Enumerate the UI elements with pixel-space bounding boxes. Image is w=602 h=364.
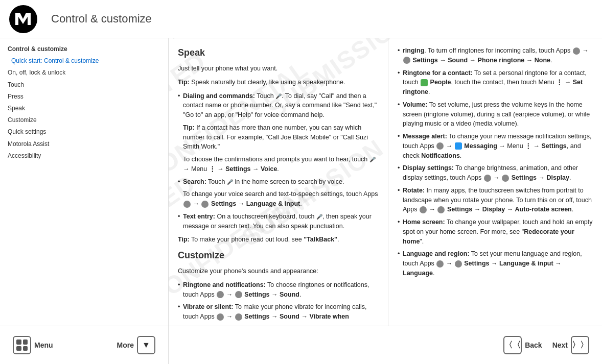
left-panel: Speak Just tell your phone what you want… [169,38,388,364]
menu-label: Menu [34,341,53,349]
bullet-vibrate: Vibrate or silent: To make your phone vi… [178,302,379,322]
speak-intro: Just tell your phone what you want. [178,64,379,74]
header: Control & customize [0,0,602,38]
menu-icon [13,336,31,354]
bullet-ringtone-contact-label: Ringtone for a contact: [403,69,473,77]
bullet-ringtone-contact: Ringtone for a contact: To set a persona… [398,68,593,97]
menu-icon-dot2 [23,339,28,345]
more-button[interactable]: More ▼ [112,333,160,357]
sub-para-dialing: To choose the confirmations and prompts … [183,155,379,174]
sub-para-search: To change your voice search and text-to-… [183,189,379,209]
bullet-ringtone-label: Ringtone and notifications: [183,281,266,288]
bullet-dialing: Dialing and commands: Touch 🎤. To dial, … [178,91,379,174]
bullet-text-entry: Text entry: On a touchscreen keyboard, t… [178,212,379,231]
customize-intro: Customize your phone's sounds and appear… [178,266,379,276]
bullet-ringing-text: ringing. To turn off ringtones for incom… [403,47,589,64]
bullet-ringing: ringing. To turn off ringtones for incom… [398,46,593,65]
more-icon: ▼ [137,336,155,354]
next-label: Next [552,341,568,349]
right-bullet-list: ringing. To turn off ringtones for incom… [398,46,593,278]
next-icon: 〉〉 [571,336,589,354]
sidebar-item-motorola-assist[interactable]: Motorola Assist [0,138,168,150]
nav-right: 〈〈 Back Next 〉〉 [169,326,602,364]
motorola-logo [9,5,37,33]
sidebar-item-control-customize[interactable]: Control & customize [0,43,168,55]
sub-tip-dialing: Tip: If a contact has more than one numb… [183,123,379,152]
bullet-home-label: Home screen: [403,219,445,226]
next-button[interactable]: Next 〉〉 [547,333,594,357]
speak-bullet-list: Dialing and commands: Touch 🎤. To dial, … [178,91,379,231]
sub-tip-dialing-text: If a contact has more than one number, y… [183,124,368,151]
tip2: Tip: To make your phone read out loud, s… [178,235,379,245]
bullet-display-settings: Display settings: To change brightness, … [398,163,593,183]
bullet-language-region: Language and region: To set your menu la… [398,249,593,278]
main-container: Control & customize Quick start: Control… [0,38,602,364]
menu-icon-dot1 [16,339,21,345]
bullet-text-entry-label: Text entry: [183,213,215,220]
bullet-rotate-text: In many apps, the touchscreen switches f… [403,187,592,213]
speak-title: Speak [178,46,379,60]
bullet-rotate-label: Rotate: [403,187,425,194]
customize-bullet-list: Ringtone and notifications: To choose ri… [178,280,379,322]
menu-icon-dot4 [23,346,28,351]
nav-left: Menu More ▼ [0,326,169,364]
sub-tip-dialing-label: Tip: [183,124,195,131]
bullet-display-label: Display settings: [403,164,454,172]
bullet-search-label: Search: [183,178,206,185]
bullet-volume-text: To set volume, just press the volume key… [403,101,590,128]
back-label: Back [525,341,542,349]
more-label: More [117,341,134,349]
bullet-volume: Volume: To set volume, just press the vo… [398,100,593,129]
sidebar-item-quick-settings[interactable]: Quick settings [0,126,168,138]
tip1-label: Tip: [178,79,190,86]
sidebar-item-press[interactable]: Press [0,91,168,103]
bullet-message-alert: Message alert: To change your new messag… [398,132,593,160]
bullet-language-label: Language and region: [403,250,470,257]
bullet-search: Search: Touch 🎤 in the home screen to se… [178,177,379,209]
menu-button[interactable]: Menu [8,333,58,357]
bullet-dialing-label: Dialing and commands: [183,92,255,100]
tip1-text: Speak naturally but clearly, like using … [190,79,345,86]
back-icon: 〈〈 [503,336,522,354]
right-panel: ringing. To turn off ringtones for incom… [388,38,602,364]
tip2-label: Tip: [178,236,190,243]
tip2-text: To make your phone read out loud, see "T… [190,236,339,243]
menu-icon-dot3 [16,346,21,351]
bullet-search-text: Touch 🎤 in the home screen to search by … [208,178,344,185]
sidebar-item-speak[interactable]: Speak [0,103,168,114]
page-title: Control & customize [46,12,152,26]
logo-area [0,5,46,33]
content-area: Speak Just tell your phone what you want… [169,38,602,364]
bullet-vibrate-label: Vibrate or silent: [183,303,233,310]
bullet-rotate: Rotate: In many apps, the touchscreen sw… [398,186,593,214]
tip1: Tip: Speak naturally but clearly, like u… [178,78,379,87]
sidebar-item-on-off-lock[interactable]: On, off, lock & unlock [0,67,168,79]
customize-title: Customize [178,249,379,262]
bottom-nav: Menu More ▼ 〈〈 Back Next 〉〉 [0,326,602,364]
sidebar-item-customize[interactable]: Customize [0,114,168,126]
bullet-volume-label: Volume: [403,101,427,108]
motorola-m-icon [13,9,33,29]
bullet-home-screen: Home screen: To change your wallpaper, t… [398,217,593,246]
sidebar-item-quick-start[interactable]: Quick start: Control & customize [0,55,168,67]
sidebar-item-touch[interactable]: Touch [0,79,168,91]
bullet-message-alert-label: Message alert: [403,133,447,140]
bullet-ringtone-notifications: Ringtone and notifications: To choose ri… [178,280,379,300]
back-button[interactable]: 〈〈 Back [498,333,547,357]
sidebar: Control & customize Quick start: Control… [0,38,169,364]
sidebar-item-accessibility[interactable]: Accessibility [0,150,168,162]
